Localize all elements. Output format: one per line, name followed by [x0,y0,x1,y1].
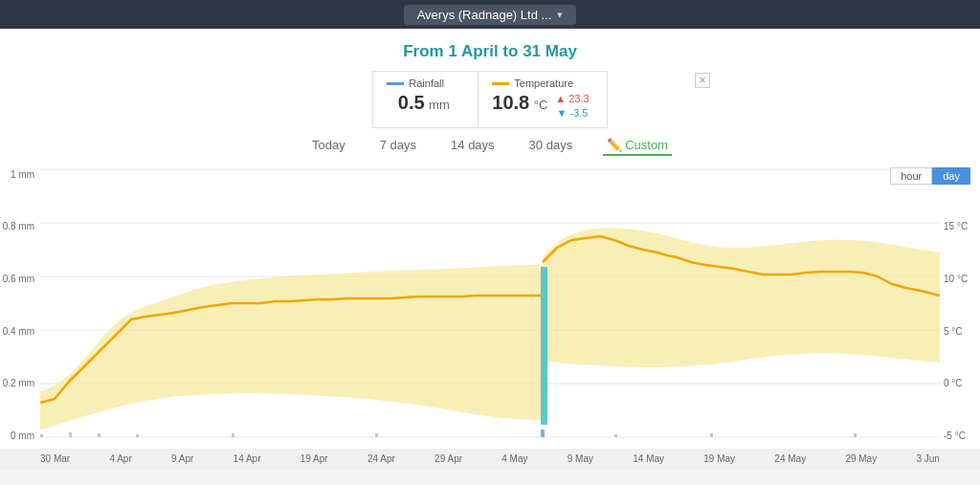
chart-title: From 1 April to 31 May [0,42,980,61]
svg-rect-8 [69,432,72,437]
location-title: Averys (Radnage) Ltd ... [417,8,552,22]
svg-rect-6 [541,267,547,425]
temperature-line-icon [492,82,509,85]
y-left-label-4: 0.2 mm [0,378,38,388]
top-bar: Averys (Radnage) Ltd ... ▾ [0,0,980,29]
x-label-0: 30 Mar [40,453,70,464]
time-tabs: Today 7 days 14 days 30 days ✏️Custom [0,136,980,156]
x-label-4: 19 Apr [301,453,328,464]
svg-rect-12 [375,433,378,437]
chevron-down-icon: ▾ [557,9,563,21]
x-label-12: 29 May [845,453,877,464]
rainfall-line-icon [387,82,404,85]
chart-container: hour day 1 mm 0.8 mm 0.6 mm 0.4 mm 0.2 m… [0,162,980,449]
main-content: From 1 April to 31 May Rainfall 0.5 mm T… [0,29,980,470]
x-label-2: 9 Apr [171,453,193,464]
x-label-9: 14 May [633,453,664,464]
y-left-label-1: 0.8 mm [0,221,38,231]
rainfall-card: Rainfall 0.5 mm [372,71,478,128]
svg-rect-11 [232,433,234,437]
x-label-10: 19 May [703,453,735,464]
close-button[interactable]: × [695,73,710,88]
y-right-label-1: 15 °C [940,221,980,231]
tab-30days[interactable]: 30 days [525,136,577,156]
y-left-label-5: 0 mm [0,430,38,441]
rainfall-label: Rainfall [387,77,460,89]
svg-rect-13 [541,430,545,437]
x-label-1: 4 Apr [109,453,131,464]
chart-svg [40,162,940,449]
temperature-label: Temperature [492,77,589,89]
tab-7days[interactable]: 7 days [376,136,420,156]
stats-row: Rainfall 0.5 mm Temperature 10.8 °C [0,71,980,128]
svg-rect-16 [854,433,857,437]
rainfall-value: 0.5 mm [387,92,460,114]
svg-rect-7 [40,434,43,437]
hour-day-toggle: hour day [890,167,970,185]
tab-14days[interactable]: 14 days [447,136,499,156]
x-label-8: 9 May [568,453,593,464]
y-left-label-2: 0.6 mm [0,274,38,284]
pencil-icon: ✏️ [607,138,622,152]
x-label-13: 3 Jun [916,453,939,464]
temperature-card: Temperature 10.8 °C ▲ 23.3 ▼ -3.5 [478,71,607,128]
temp-minmax: ▲ 23.3 ▼ -3.5 [555,92,589,121]
hour-button[interactable]: hour [890,167,932,185]
chart-header: From 1 April to 31 May Rainfall 0.5 mm T… [0,42,980,156]
x-label-3: 14 Apr [234,453,261,464]
temperature-main: 10.8 °C ▲ 23.3 ▼ -3.5 [492,92,589,121]
x-label-6: 29 Apr [434,453,462,464]
svg-rect-10 [136,434,139,437]
tab-today[interactable]: Today [308,136,349,156]
y-right-label-3: 5 °C [940,326,980,337]
day-button[interactable]: day [932,167,970,185]
y-axis-left: 1 mm 0.8 mm 0.6 mm 0.4 mm 0.2 mm 0 mm [0,162,38,449]
y-right-label-2: 10 °C [940,274,980,284]
svg-rect-15 [710,433,713,437]
x-axis: 30 Mar 4 Apr 9 Apr 14 Apr 19 Apr 24 Apr … [0,449,980,470]
tab-custom[interactable]: ✏️Custom [603,136,672,156]
y-right-label-5: -5 °C [940,430,980,441]
location-dropdown[interactable]: Averys (Radnage) Ltd ... ▾ [404,5,577,25]
y-axis-right: 20 °C 15 °C 10 °C 5 °C 0 °C -5 °C [940,162,980,449]
y-left-label-3: 0.4 mm [0,326,38,337]
x-label-5: 24 Apr [368,453,395,464]
x-label-7: 4 May [501,453,527,464]
y-left-label-0: 1 mm [0,169,38,180]
svg-rect-14 [614,434,617,437]
y-right-label-4: 0 °C [940,378,980,388]
x-label-11: 24 May [774,453,806,464]
chart-area: hour day 1 mm 0.8 mm 0.6 mm 0.4 mm 0.2 m… [0,162,980,470]
svg-rect-9 [98,433,100,437]
